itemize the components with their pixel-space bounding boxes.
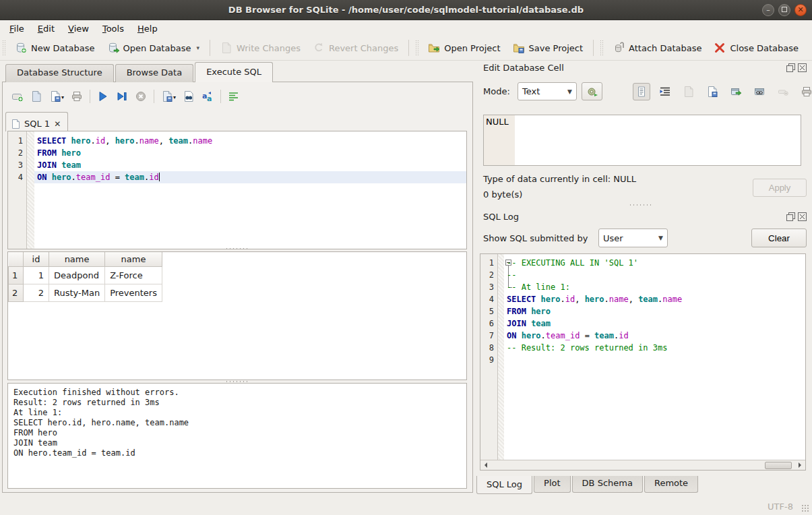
sql-tab[interactable]: SQL 1 ✕ — [5, 112, 68, 131]
menu-edit[interactable]: Edit — [31, 22, 61, 35]
execute-line-button[interactable] — [113, 88, 131, 104]
splitter-handle[interactable] — [225, 247, 248, 250]
text-mode-button[interactable] — [633, 83, 650, 100]
null-toggle-button[interactable] — [774, 83, 792, 100]
sql-editor[interactable]: 1SELECT hero.id, hero.name, team.name2FR… — [7, 131, 467, 249]
toolbar-separator — [408, 40, 409, 56]
scrollbar-thumb[interactable] — [765, 462, 792, 469]
column-header-name[interactable]: name — [49, 252, 105, 266]
wrap-lines-button[interactable] — [656, 83, 674, 100]
toolbar-drag-handle — [415, 40, 420, 56]
encoding-indicator[interactable]: UTF-8 — [768, 502, 793, 512]
log-filter-select[interactable]: User ▼ — [598, 229, 668, 247]
dock-close-icon[interactable] — [798, 212, 807, 221]
find-icon — [183, 90, 195, 102]
scroll-left-icon[interactable] — [482, 462, 487, 468]
revert-changes-button[interactable]: Revert Changes — [307, 38, 404, 57]
dock-tab-bar: SQL LogPlotDB SchemaRemote — [476, 476, 699, 494]
save-sql-file-button[interactable]: ▾ — [46, 88, 67, 104]
line-number: 7 — [480, 330, 494, 342]
dock-splitter-handle[interactable] — [629, 204, 652, 206]
menu-file[interactable]: File — [3, 22, 31, 35]
menu-help[interactable]: Help — [131, 22, 164, 35]
clear-log-button[interactable]: Clear — [751, 229, 807, 247]
close-icon[interactable]: ✕ — [794, 4, 807, 16]
execute-line-icon — [116, 90, 128, 102]
code-line: FROM hero — [37, 147, 81, 159]
dock-tab-remote[interactable]: Remote — [644, 476, 698, 493]
save-project-icon — [513, 42, 525, 54]
column-header-name[interactable]: name — [105, 252, 162, 266]
export-button[interactable] — [704, 83, 721, 100]
open-database-button[interactable]: Open Database▾ — [101, 38, 206, 57]
save-results-button[interactable]: ▾ — [158, 88, 179, 104]
scroll-right-icon[interactable] — [799, 462, 804, 468]
open-external-button[interactable] — [727, 83, 745, 100]
toolbar-button-label: Close Database — [730, 43, 799, 53]
word-wrap-button[interactable] — [224, 88, 243, 104]
table-cell[interactable]: Preventers — [105, 284, 162, 301]
dock-tab-db-schema[interactable]: DB Schema — [572, 476, 643, 493]
column-header-id[interactable]: id — [24, 252, 49, 266]
copy-link-button[interactable] — [751, 83, 768, 100]
wrap-lines-icon — [659, 86, 671, 98]
dock-float-icon[interactable] — [786, 212, 795, 221]
find-button[interactable] — [179, 88, 198, 104]
tab-execute-sql[interactable]: Execute SQL — [195, 62, 273, 82]
new-database-button[interactable]: New Database — [9, 38, 101, 57]
auto-apply-button[interactable] — [582, 82, 602, 100]
mode-select[interactable]: Text ▼ — [518, 82, 577, 100]
dock-tab-plot[interactable]: Plot — [534, 476, 571, 493]
format-button[interactable]: aa — [198, 88, 217, 104]
new-tab-button[interactable] — [8, 88, 27, 104]
chevron-down-icon[interactable]: ▾ — [61, 94, 64, 100]
log-filter-value: User — [603, 233, 623, 243]
svg-text:a: a — [207, 94, 212, 102]
close-database-button[interactable]: Close Database — [708, 38, 805, 57]
cell-editor[interactable]: NULL — [483, 115, 801, 166]
line-number: 3 — [480, 281, 494, 293]
table-cell[interactable]: 2 — [24, 284, 49, 301]
sql-log-view[interactable]: 1-- EXECUTING ALL IN 'SQL 1'2--3-- At li… — [480, 253, 806, 471]
line-number: 3 — [8, 159, 23, 171]
new-tab-icon — [11, 90, 24, 102]
attach-database-button[interactable]: Attach Database — [606, 38, 708, 57]
tab-browse-data[interactable]: Browse Data — [115, 64, 194, 82]
chevron-down-icon[interactable]: ▾ — [196, 44, 199, 51]
maximize-icon[interactable] — [778, 4, 790, 16]
dock-close-icon[interactable] — [798, 63, 807, 72]
open-sql-file-button[interactable] — [27, 88, 46, 104]
write-changes-button[interactable]: Write Changes — [214, 38, 307, 57]
save-project-button[interactable]: Save Project — [507, 38, 590, 57]
table-row: 11DeadpondZ-Force — [9, 266, 162, 284]
minimize-icon[interactable]: – — [762, 4, 774, 16]
table-cell[interactable]: Rusty-Man — [49, 284, 105, 301]
table-cell[interactable]: Deadpond — [49, 266, 105, 284]
menu-tools[interactable]: Tools — [96, 22, 131, 35]
horizontal-scrollbar[interactable] — [480, 460, 805, 470]
import-button[interactable] — [680, 83, 697, 100]
resize-grip[interactable] — [801, 504, 809, 512]
row-header[interactable]: 2 — [9, 284, 24, 301]
format-icon: aa — [201, 90, 214, 102]
menu-view[interactable]: View — [61, 22, 96, 35]
chevron-down-icon[interactable]: ▾ — [173, 94, 176, 100]
stop-button[interactable] — [131, 88, 150, 104]
menu-bar: FileEditViewToolsHelp — [0, 21, 812, 36]
tab-close-icon[interactable]: ✕ — [54, 119, 61, 129]
print-button[interactable] — [67, 88, 86, 104]
dock-float-icon[interactable] — [786, 63, 795, 72]
tab-database-structure[interactable]: Database Structure — [5, 64, 114, 82]
open-project-button[interactable]: Open Project — [422, 38, 506, 57]
folder-open-icon — [428, 42, 440, 54]
apply-button[interactable]: Apply — [753, 179, 807, 197]
edit-cell-dock-title: Edit Database Cell — [483, 63, 564, 73]
toolbar-button-label: Revert Changes — [329, 43, 398, 53]
row-header[interactable]: 1 — [9, 266, 24, 284]
print-button[interactable] — [798, 83, 812, 100]
execute-all-button[interactable] — [94, 88, 113, 104]
table-cell[interactable]: 1 — [24, 266, 49, 284]
dock-tab-sql-log[interactable]: SQL Log — [476, 476, 532, 494]
table-cell[interactable]: Z-Force — [105, 266, 162, 284]
code-line: SELECT hero.id, hero.name, team.name — [37, 135, 212, 147]
